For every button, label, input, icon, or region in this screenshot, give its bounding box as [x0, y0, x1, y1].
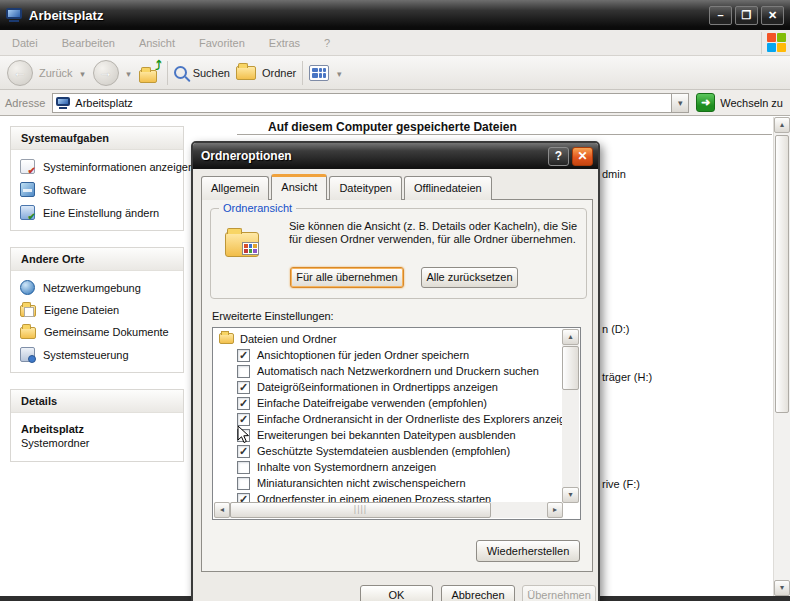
option-label: Inhalte von Systemordnern anzeigen	[257, 461, 436, 473]
advanced-option-row[interactable]: ✓ Geschützte Systemdateien ausblenden (e…	[214, 443, 562, 459]
other-places-pane: Andere Orte Netzwerkumgebung Eigene Date…	[10, 247, 184, 373]
system-tasks-header[interactable]: Systemaufgaben	[11, 127, 183, 150]
checkbox[interactable]: ✓	[237, 397, 250, 410]
dialog-close-button[interactable]: ✕	[572, 147, 593, 166]
sidebar-item-my-documents[interactable]: Eigene Dateien	[20, 303, 179, 317]
sidebar-item-system-info[interactable]: Systeminformationen anzeigen	[20, 159, 179, 174]
menu-item-ansicht[interactable]: Ansicht	[139, 37, 175, 49]
drive-h-label[interactable]: träger (H:)	[602, 371, 652, 383]
checkbox[interactable]	[237, 461, 250, 474]
go-button[interactable]: Wechseln zu	[696, 93, 785, 112]
checkbox[interactable]	[237, 477, 250, 490]
scroll-down-button[interactable]	[774, 580, 790, 596]
files-group-heading: Auf diesem Computer gespeicherte Dateien	[268, 120, 517, 134]
list-horizontal-scrollbar[interactable]	[214, 502, 563, 518]
tab-offlinedateien[interactable]: Offlinedateien	[404, 176, 492, 200]
checkbox[interactable]: ✓	[237, 349, 250, 362]
ok-button[interactable]: OK	[360, 585, 433, 601]
views-dropdown-icon[interactable]	[335, 67, 343, 79]
sidebar-item-control-panel[interactable]: Systemsteuerung	[20, 347, 179, 362]
checkbox[interactable]: ✓	[237, 413, 250, 426]
sidebar-item-label: Eigene Dateien	[44, 304, 119, 316]
reset-all-folders-button[interactable]: Alle zurücksetzen	[421, 267, 518, 288]
my-computer-icon	[6, 8, 22, 22]
scroll-left-button[interactable]	[214, 502, 230, 518]
groupbox-label: Ordneransicht	[219, 202, 296, 214]
advanced-option-row[interactable]: Automatisch nach Netzwerkordnern und Dru…	[214, 363, 562, 379]
menu-item-bearbeiten[interactable]: Bearbeiten	[62, 37, 115, 49]
content-vertical-scrollbar[interactable]	[773, 117, 790, 596]
folder-view-icon	[225, 227, 261, 257]
drive-d-label[interactable]: n (D:)	[602, 323, 630, 335]
scroll-up-button[interactable]	[562, 329, 579, 345]
folders-button[interactable]: Ordner	[262, 67, 296, 79]
advanced-option-row[interactable]: Inhalte von Systemordnern anzeigen	[214, 459, 562, 475]
back-button[interactable]: ←	[7, 60, 33, 86]
window-title: Arbeitsplatz	[29, 8, 706, 23]
advanced-option-row[interactable]: ✓ Dateigrößeinformationen in Ordnertipps…	[214, 379, 562, 395]
advanced-settings-list[interactable]: Dateien und Ordner ✓ Ansichtoptionen für…	[212, 327, 581, 520]
list-group-header[interactable]: Dateien und Ordner	[214, 330, 562, 347]
tab-dateitypen[interactable]: Dateitypen	[329, 176, 402, 200]
sidebar-item-change-setting[interactable]: Eine Einstellung ändern	[20, 205, 179, 220]
advanced-option-row[interactable]: ✓ Einfache Dateifreigabe verwenden (empf…	[214, 395, 562, 411]
up-button[interactable]: ⤴	[139, 63, 161, 83]
windows-logo-icon	[767, 33, 786, 52]
back-dropdown-icon[interactable]	[79, 67, 87, 79]
advanced-option-row[interactable]: Erweiterungen bei bekannten Dateitypen a…	[214, 427, 562, 443]
help-button[interactable]: ?	[548, 147, 569, 166]
views-icon[interactable]	[309, 65, 329, 81]
address-input[interactable]: Arbeitsplatz	[52, 93, 689, 113]
scrollbar-thumb[interactable]	[230, 502, 491, 518]
other-places-header[interactable]: Andere Orte	[11, 248, 183, 271]
drive-f-label[interactable]: rive (F:)	[602, 478, 640, 490]
close-button[interactable]: ✕	[761, 6, 784, 25]
tab-ansicht[interactable]: Ansicht	[271, 174, 327, 200]
option-label: Geschützte Systemdateien ausblenden (emp…	[257, 445, 510, 457]
menu-item-help[interactable]: ?	[324, 37, 330, 49]
sidebar-item-shared-documents[interactable]: Gemeinsame Dokumente	[20, 325, 179, 339]
address-dropdown-button[interactable]	[671, 94, 688, 112]
scrollbar-thumb[interactable]	[562, 346, 579, 390]
checkbox[interactable]	[237, 365, 250, 378]
restore-defaults-button[interactable]: Wiederherstellen	[476, 540, 580, 562]
option-label: Ansichtoptionen für jeden Ordner speiche…	[257, 349, 469, 361]
scroll-right-button[interactable]	[547, 502, 563, 518]
menu-item-datei[interactable]: Datei	[12, 37, 38, 49]
forward-dropdown-icon[interactable]	[125, 67, 133, 79]
user-folder-label[interactable]: dmin	[602, 168, 626, 180]
tab-allgemein[interactable]: Allgemein	[201, 176, 269, 200]
search-button[interactable]: Suchen	[193, 67, 230, 79]
forward-button[interactable]: →	[93, 60, 119, 86]
option-label: Dateigrößeinformationen in Ordnertipps a…	[257, 381, 498, 393]
maximize-button[interactable]: ❒	[735, 6, 758, 25]
ansicht-tab-page: Ordneransicht Sie können die Ansicht (z.…	[201, 199, 593, 572]
search-icon[interactable]	[174, 66, 187, 79]
advanced-option-row[interactable]: ✓ Einfache Ordneransicht in der Ordnerli…	[214, 411, 562, 427]
advanced-option-row[interactable]: ✓ Ansichtoptionen für jeden Ordner speic…	[214, 347, 562, 363]
advanced-option-row[interactable]: Miniaturansichten nicht zwischenspeicher…	[214, 475, 562, 491]
menu-item-extras[interactable]: Extras	[269, 37, 300, 49]
menu-item-favoriten[interactable]: Favoriten	[199, 37, 245, 49]
list-vertical-scrollbar[interactable]	[562, 329, 579, 503]
address-bar: Adresse Arbeitsplatz Wechseln zu	[0, 90, 790, 116]
sidebar-item-label: Systeminformationen anzeigen	[43, 161, 194, 173]
menu-separator	[761, 32, 762, 54]
folders-icon[interactable]	[236, 66, 256, 80]
apply-to-all-folders-button[interactable]: Für alle übernehmen	[290, 267, 404, 288]
minimize-button[interactable]: –	[709, 6, 732, 25]
scroll-down-button[interactable]	[562, 487, 579, 503]
option-label: Einfache Ordneransicht in der Ordnerlist…	[257, 413, 562, 425]
folder-view-description: Sie können die Ansicht (z. B. Details od…	[289, 220, 585, 246]
dialog-title: Ordneroptionen	[201, 149, 545, 163]
scrollbar-thumb[interactable]	[775, 135, 789, 413]
sidebar-item-software[interactable]: Software	[20, 182, 179, 197]
up-folder-icon	[139, 70, 157, 83]
checkbox[interactable]: ✓	[237, 445, 250, 458]
checkbox[interactable]: ✓	[237, 381, 250, 394]
my-documents-icon	[20, 305, 36, 317]
details-header[interactable]: Details	[11, 390, 183, 413]
cancel-button[interactable]: Abbrechen	[441, 585, 515, 601]
scroll-up-button[interactable]	[774, 117, 790, 133]
sidebar-item-network[interactable]: Netzwerkumgebung	[20, 280, 179, 295]
